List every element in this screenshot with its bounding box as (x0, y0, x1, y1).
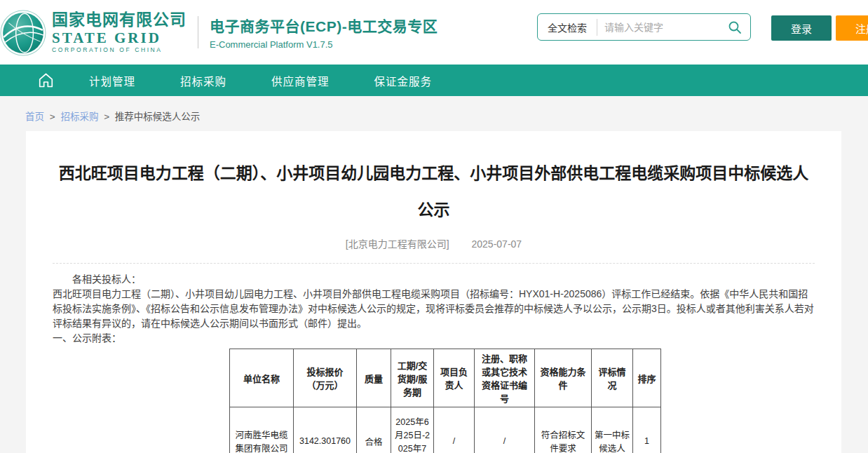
nav-item-bidding[interactable]: 招标采购 (180, 73, 226, 88)
search-icon (728, 20, 742, 34)
breadcrumb: 首页 > 招标采购 > 推荐中标候选人公示 (0, 96, 868, 131)
brand-name-en: STATE GRID (52, 30, 187, 46)
cell-rank: 1 (633, 407, 661, 453)
brand-name-cn: 国家电网有限公司 (52, 11, 187, 29)
brand-name-en-sub: CORPORATION OF CHINA (52, 47, 187, 53)
cell-evaluation: 第一中标候选人 (592, 407, 633, 453)
col-header-manager: 项目负责人 (434, 349, 475, 407)
cell-company: 河南胜华电缆集团有限公司 (230, 407, 294, 453)
col-header-price: 投标报价 （万元） (294, 349, 357, 407)
cell-certificate: / (475, 407, 535, 453)
announcement-meta: [北京电力工程有限公司] 2025-07-07 (53, 236, 815, 250)
breadcrumb-bidding[interactable]: 招标采购 (60, 111, 98, 122)
col-header-quality: 质量 (357, 349, 391, 407)
breadcrumb-separator: > (50, 111, 55, 122)
main-navigation: 计划管理 招标采购 供应商管理 保证金服务 (0, 65, 868, 96)
col-header-period: 工期/交货期/服务期 (391, 349, 434, 407)
breadcrumb-separator: > (104, 111, 109, 122)
publish-date: 2025-07-07 (472, 238, 522, 250)
publisher-name: [北京电力工程有限公司] (346, 238, 449, 250)
search-bar: 全文检索 (537, 13, 751, 41)
content-divider (53, 263, 815, 264)
announcement-card: 西北旺项目电力工程（二期）、小井项目幼儿园电力工程、小井项目外部供电工程电缆采购… (26, 131, 841, 453)
search-button[interactable] (725, 20, 750, 34)
state-grid-logo-icon (0, 10, 46, 56)
top-header: 国家电网有限公司 STATE GRID CORPORATION OF CHINA… (0, 0, 868, 65)
col-header-company: 单位名称 (230, 349, 294, 407)
table-row: 河南胜华电缆集团有限公司 3142.301760 合格 2025年6月25日-2… (230, 407, 661, 453)
salutation-text: 各相关投标人： (53, 272, 815, 287)
cell-quality: 合格 (357, 407, 391, 453)
nav-item-supplier[interactable]: 供应商管理 (271, 73, 330, 88)
cell-manager: / (434, 407, 475, 453)
search-scope-selector[interactable]: 全文检索 (538, 20, 597, 34)
announcement-body: 各相关投标人： 西北旺项目电力工程（二期）、小井项目幼儿园电力工程、小井项目外部… (53, 272, 815, 346)
register-button[interactable]: 注册 (836, 15, 868, 41)
breadcrumb-home[interactable]: 首页 (25, 111, 44, 122)
col-header-evaluation: 评标情况 (592, 349, 633, 407)
home-icon (36, 71, 55, 90)
nav-item-deposit[interactable]: 保证金服务 (374, 73, 433, 88)
col-header-qualification: 资格能力条件 (535, 349, 592, 407)
platform-subtitle: E-Commercial Platform V1.7.5 (210, 39, 438, 50)
bid-candidates-table: 单位名称 投标报价 （万元） 质量 工期/交货期/服务期 项目负责人 注册、职称… (229, 349, 661, 453)
header-divider (198, 16, 198, 48)
cell-period: 2025年6月25日-2025年7月10日 (391, 407, 434, 453)
platform-title-block: 电子商务平台(ECP)-电工交易专区 E-Commercial Platform… (210, 15, 438, 50)
brand-block: 国家电网有限公司 STATE GRID CORPORATION OF CHINA (0, 8, 187, 56)
cell-qualification: 符合招标文件要求 (535, 407, 592, 453)
nav-home[interactable] (36, 71, 55, 90)
platform-title: 电子商务平台(ECP)-电工交易专区 (210, 15, 438, 36)
brand-text: 国家电网有限公司 STATE GRID CORPORATION OF CHINA (52, 11, 187, 54)
cell-price: 3142.301760 (294, 407, 357, 453)
section-label: 一、公示附表： (53, 331, 815, 346)
announcement-title: 西北旺项目电力工程（二期）、小井项目幼儿园电力工程、小井项目外部供电工程电缆采购… (53, 155, 815, 228)
body-text: 西北旺项目电力工程（二期）、小井项目幼儿园电力工程、小井项目外部供电工程电缆采购… (53, 287, 815, 331)
table-header-row: 单位名称 投标报价 （万元） 质量 工期/交货期/服务期 项目负责人 注册、职称… (230, 349, 661, 407)
login-button[interactable]: 登录 (771, 15, 832, 41)
col-header-certificate: 注册、职称或其它技术资格证书编号 (475, 349, 535, 407)
nav-item-plan[interactable]: 计划管理 (89, 73, 135, 88)
breadcrumb-current: 推荐中标候选人公示 (115, 111, 201, 122)
search-input[interactable] (597, 22, 725, 33)
col-header-rank: 排序 (633, 349, 661, 407)
